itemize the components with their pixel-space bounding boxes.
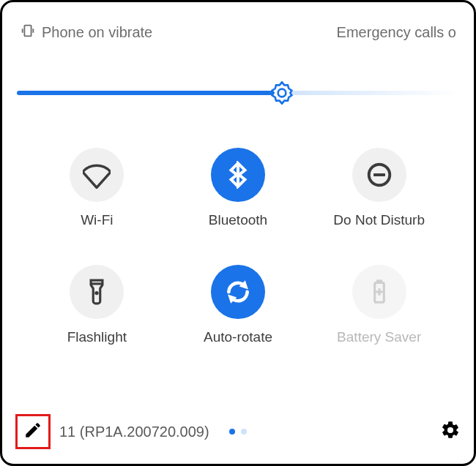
- tile-label: Do Not Disturb: [333, 212, 425, 228]
- slider-track-empty: [282, 91, 459, 95]
- tile-label: Auto-rotate: [204, 329, 272, 345]
- autorotate-icon: [211, 265, 265, 319]
- svg-point-1: [278, 89, 286, 97]
- status-row: Phone on vibrate Emergency calls o: [2, 2, 474, 42]
- quick-settings-panel: Phone on vibrate Emergency calls o Wi-Fi: [0, 0, 476, 466]
- build-number: 11 (RP1A.200720.009): [59, 424, 209, 440]
- edit-button[interactable]: [15, 414, 51, 449]
- wifi-icon: [70, 148, 124, 202]
- gear-icon: [440, 420, 461, 443]
- svg-rect-9: [376, 280, 381, 282]
- vibrate-icon: [20, 23, 36, 42]
- tile-label: Flashlight: [67, 329, 127, 345]
- tile-wifi[interactable]: Wi-Fi: [37, 148, 157, 228]
- svg-point-5: [95, 292, 98, 295]
- tile-autorotate[interactable]: Auto-rotate: [179, 265, 298, 345]
- flashlight-icon: [70, 265, 124, 319]
- tile-label: Wi-Fi: [81, 212, 113, 228]
- tile-label: Battery Saver: [337, 329, 421, 345]
- emergency-text: Emergency calls o: [337, 24, 456, 41]
- slider-thumb[interactable]: [270, 81, 294, 105]
- settings-button[interactable]: [440, 421, 461, 442]
- tile-dnd[interactable]: Do Not Disturb: [319, 148, 439, 228]
- pencil-icon: [23, 421, 42, 443]
- vibrate-status: Phone on vibrate: [20, 23, 152, 42]
- tile-label: Bluetooth: [209, 212, 267, 228]
- tiles-grid: Wi-Fi Bluetooth Do Not Disturb Flashli: [2, 104, 474, 360]
- page-dot-2: [241, 429, 247, 435]
- tile-battery-saver[interactable]: Battery Saver: [319, 265, 439, 345]
- page-dot-1: [229, 429, 235, 435]
- dnd-icon: [352, 148, 406, 202]
- vibrate-text: Phone on vibrate: [42, 24, 152, 41]
- battery-icon: [352, 265, 406, 319]
- page-indicator[interactable]: [229, 429, 247, 435]
- footer-row: 11 (RP1A.200720.009): [15, 414, 461, 449]
- tile-bluetooth[interactable]: Bluetooth: [179, 148, 298, 228]
- slider-track-filled: [17, 91, 282, 95]
- brightness-icon: [270, 94, 294, 107]
- brightness-slider[interactable]: [17, 82, 459, 104]
- bluetooth-icon: [211, 148, 265, 202]
- tile-flashlight[interactable]: Flashlight: [37, 265, 157, 345]
